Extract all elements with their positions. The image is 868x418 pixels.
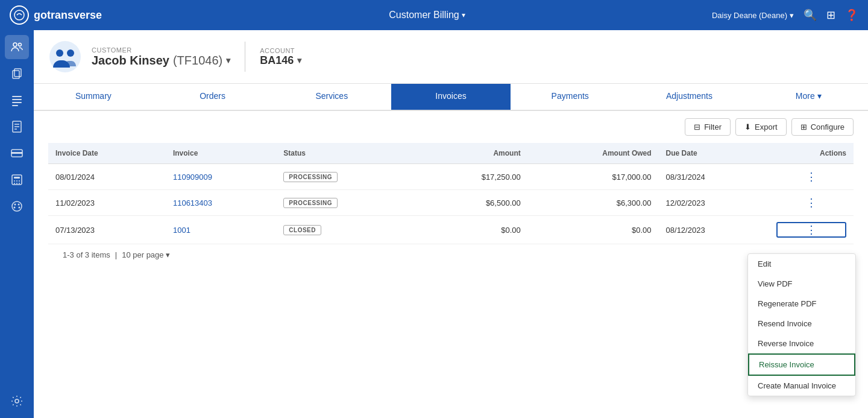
nav-title-arrow: ▾ [462,11,465,19]
customer-dropdown-arrow[interactable]: ▾ [226,55,230,65]
menu-item-resend-invoice[interactable]: Resend Invoice [748,314,855,334]
tab-more[interactable]: More ▾ [749,84,868,110]
cell-amount-owed: $0.00 [528,216,659,244]
logo[interactable]: gotransverse [10,5,142,25]
user-menu[interactable]: Daisy Deane (Deane) ▾ [712,11,794,20]
search-icon[interactable]: 🔍 [804,8,817,22]
sidebar-item-customers[interactable] [5,35,29,59]
cell-invoice-num: 110909009 [166,164,276,190]
cell-amount: $0.00 [417,216,527,244]
cell-actions: ⋮ [769,216,854,244]
tab-payments[interactable]: Payments [511,84,630,110]
tab-services[interactable]: Services [272,84,391,110]
cell-invoice-num: 1001 [166,216,276,244]
filter-button[interactable]: ⊟ Filter [685,118,731,136]
svg-point-0 [14,10,24,20]
grid-icon[interactable]: ⊞ [826,8,835,22]
menu-item-view-pdf[interactable]: View PDF [748,274,855,294]
status-badge: PROCESSING [283,172,338,182]
col-invoice: Invoice [166,143,276,164]
cell-status: CLOSED [276,216,417,244]
col-actions: Actions [769,143,854,164]
configure-icon: ⊞ [800,122,807,131]
invoice-link[interactable]: 1001 [173,226,190,235]
tab-summary[interactable]: Summary [34,84,153,110]
row-action-button[interactable]: ⋮ [776,170,846,183]
main-content: CUSTOMER Jacob Kinsey (TF1046) ▾ ACCOUNT… [34,30,868,418]
menu-item-regenerate-pdf[interactable]: Regenerate PDF [748,294,855,314]
svg-point-18 [16,180,17,182]
account-info: ACCOUNT BA146 ▾ [260,47,301,67]
svg-point-24 [14,204,16,206]
pagination-per-page[interactable]: 10 per page ▾ [122,250,170,259]
sidebar-item-list[interactable] [5,88,29,112]
svg-rect-7 [12,102,22,103]
configure-button[interactable]: ⊞ Configure [791,118,854,136]
account-name: BA146 ▾ [260,54,301,67]
customer-info: CUSTOMER Jacob Kinsey (TF1046) ▾ [92,46,230,68]
table-header-row: Invoice Date Invoice Status Amount Amoun… [48,143,854,164]
cell-invoice-date: 08/01/2024 [48,164,166,190]
export-button[interactable]: ⬇ Export [735,118,787,136]
tab-invoices[interactable]: Invoices [391,84,511,110]
row-action-button-active[interactable]: ⋮ [776,222,846,238]
nav-center: Customer Billing ▾ [142,10,712,21]
col-due-date: Due Date [659,143,769,164]
svg-rect-5 [12,96,22,97]
table-row: 08/01/2024 110909009 PROCESSING $17,250.… [48,164,854,190]
cell-amount: $17,250.00 [417,164,527,190]
cell-due-date: 08/31/2024 [659,164,769,190]
cell-amount: $6,500.00 [417,190,527,216]
menu-item-reissue-invoice[interactable]: Reissue Invoice [748,353,855,376]
cell-invoice-date: 11/02/2023 [48,190,166,216]
svg-rect-14 [11,152,22,154]
invoice-link[interactable]: 110613403 [173,198,212,207]
sidebar-item-card[interactable] [5,141,29,165]
customer-name: Jacob Kinsey (TF1046) ▾ [92,54,230,68]
filter-icon: ⊟ [694,122,700,131]
svg-point-29 [49,41,81,72]
sidebar-item-palette[interactable] [5,194,29,218]
cell-amount-owed: $6,300.00 [528,190,659,216]
help-icon[interactable]: ❓ [845,8,858,22]
menu-item-edit[interactable]: Edit [748,254,855,274]
row-action-button[interactable]: ⋮ [776,196,846,209]
svg-point-31 [67,49,74,57]
sidebar-item-settings[interactable] [5,389,29,413]
status-badge: PROCESSING [283,198,338,208]
svg-point-30 [56,49,63,57]
pagination: 1-3 of 3 items | 10 per page ▾ [48,244,854,265]
sidebar [0,30,34,418]
menu-item-create-manual[interactable]: Create Manual Invoice [748,376,855,396]
nav-title[interactable]: Customer Billing ▾ [389,10,465,21]
svg-point-19 [19,180,20,182]
svg-rect-3 [13,71,19,78]
svg-point-1 [13,43,17,46]
customer-avatar [48,40,82,74]
cell-due-date: 12/02/2023 [659,190,769,216]
svg-point-26 [14,207,16,209]
tabs-bar: Summary Orders Services Invoices Payment… [34,84,868,111]
invoice-link[interactable]: 110909009 [173,173,212,182]
svg-point-27 [19,207,20,209]
tab-orders[interactable]: Orders [153,84,272,110]
sidebar-item-document[interactable] [5,115,29,139]
table-row: 11/02/2023 110613403 PROCESSING $6,500.0… [48,190,854,216]
sidebar-item-calculator[interactable] [5,168,29,192]
cell-amount-owed: $17,000.00 [528,164,659,190]
col-invoice-date: Invoice Date [48,143,166,164]
col-status: Status [276,143,417,164]
tab-adjustments[interactable]: Adjustments [630,84,749,110]
toolbar: ⊟ Filter ⬇ Export ⊞ Configure [34,111,868,143]
main-layout: CUSTOMER Jacob Kinsey (TF1046) ▾ ACCOUNT… [0,30,868,418]
svg-point-2 [19,43,22,46]
svg-point-25 [18,204,20,206]
svg-point-20 [14,183,15,184]
sidebar-item-copy[interactable] [5,62,29,86]
svg-rect-16 [14,177,20,179]
cell-invoice-num: 110613403 [166,190,276,216]
cell-due-date: 08/12/2023 [659,216,769,244]
menu-item-reverse-invoice[interactable]: Reverse Invoice [748,334,855,353]
context-menu: Edit View PDF Regenerate PDF Resend Invo… [747,253,856,396]
account-dropdown-arrow[interactable]: ▾ [297,55,301,65]
